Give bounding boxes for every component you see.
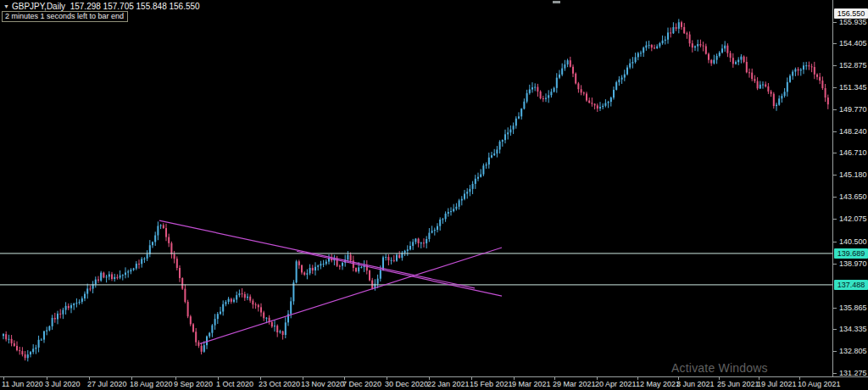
candle-body <box>160 225 162 226</box>
candle-body <box>670 32 671 33</box>
candle-body <box>448 212 449 214</box>
candle-body <box>615 82 617 90</box>
candle-body <box>531 87 533 89</box>
date-tick-label: 29 Mar 2021 <box>553 380 596 388</box>
candle-body <box>342 263 343 266</box>
candle-body <box>499 142 501 149</box>
candle-body <box>198 343 199 346</box>
candle-body <box>466 192 468 193</box>
candle-body <box>737 60 739 63</box>
candle-body <box>176 259 178 268</box>
candle-body <box>100 273 102 281</box>
candle-body <box>114 277 115 279</box>
candle-body <box>179 268 181 278</box>
tick-mark <box>833 175 837 176</box>
candle-body <box>27 354 29 358</box>
candle-body <box>561 69 563 75</box>
candle-body <box>477 177 479 179</box>
date-tick-label: 15 Feb 2021 <box>470 380 513 388</box>
date-tick-label: 19 Jul 2021 <box>757 380 797 388</box>
candle-body <box>597 105 598 109</box>
candle-body <box>765 85 766 86</box>
candle-body <box>120 276 121 278</box>
candle-body <box>665 40 666 41</box>
candle-body <box>187 302 189 316</box>
candle-body <box>157 226 159 235</box>
candle-body <box>290 301 292 314</box>
candle-body <box>794 70 796 72</box>
candle-body <box>201 346 203 352</box>
candle-body <box>705 46 707 53</box>
candle-body <box>526 93 528 102</box>
chevron-down-icon[interactable]: ▼ <box>3 3 9 9</box>
tick-mark <box>833 308 837 309</box>
tick-mark <box>833 264 837 265</box>
candle-body <box>320 264 321 265</box>
date-tick-label: 25 Jun 2021 <box>717 380 760 388</box>
candle-body <box>95 280 97 285</box>
candle-body <box>486 164 487 165</box>
candle-body <box>68 306 70 309</box>
candle-body <box>43 332 45 340</box>
candle-body <box>323 264 325 265</box>
candle-body <box>602 106 604 107</box>
candle-body <box>163 225 164 228</box>
candle-body <box>16 346 18 350</box>
candle-body <box>583 92 585 93</box>
bar-countdown-timer: 2 minutes 1 seconds left to bar end <box>2 11 128 22</box>
candle-body <box>3 334 4 336</box>
ohlc-readout: 157.298 157.705 155.848 156.550 <box>70 2 200 11</box>
candle-body <box>317 265 319 266</box>
date-tick-label: 12 May 2021 <box>636 380 680 388</box>
candle-body <box>143 259 145 259</box>
candle-body <box>699 44 701 46</box>
candle-body <box>559 75 560 78</box>
candle-body <box>314 267 316 270</box>
price-axis[interactable]: 155.935154.405152.875151.345149.770148.2… <box>832 0 868 376</box>
candle-body <box>520 109 522 116</box>
candle-body <box>740 57 742 60</box>
candle-body <box>228 299 230 303</box>
date-tick-label: 27 Jul 2020 <box>87 380 127 388</box>
candle-body <box>482 165 484 174</box>
price-tick-label: 149.770 <box>833 105 868 114</box>
chart-plot-area[interactable] <box>0 0 832 376</box>
candle-body <box>572 67 574 74</box>
candle-body <box>581 89 582 92</box>
tick-mark <box>833 351 837 352</box>
tick-mark <box>833 87 837 88</box>
candle-body <box>654 47 655 48</box>
candle-body <box>461 199 463 201</box>
candle-body <box>608 102 609 103</box>
tick-mark <box>833 197 837 198</box>
symbol-title: GBPJPY,Daily <box>12 2 65 11</box>
candle-body <box>819 77 821 81</box>
candle-body <box>730 53 732 58</box>
candle-body <box>265 318 267 319</box>
candle-body <box>377 279 379 284</box>
trend-line <box>159 220 475 288</box>
date-tick-label: 3 Jul 2020 <box>45 380 81 388</box>
date-axis[interactable]: 11 Jun 20203 Jul 202027 Jul 202018 Aug 2… <box>0 376 868 390</box>
candle-body <box>387 257 389 260</box>
candle-body <box>141 259 142 264</box>
price-tick-label: 132.805 <box>833 347 868 356</box>
tick-mark <box>833 219 837 220</box>
candle-body <box>629 64 631 68</box>
candle-body <box>626 68 628 75</box>
candle-body <box>30 352 31 354</box>
candle-body <box>170 243 172 254</box>
candle-body <box>515 119 517 126</box>
candle-body <box>437 226 438 230</box>
candle-body <box>496 149 498 153</box>
candle-body <box>236 295 237 299</box>
candle-body <box>502 140 504 142</box>
candle-body <box>25 354 26 358</box>
candle-body <box>209 333 210 337</box>
candle-body <box>825 88 826 98</box>
tick-mark <box>833 373 837 374</box>
candle-body <box>350 255 352 261</box>
candle-body <box>703 46 704 47</box>
candle-body <box>586 93 587 100</box>
price-tick-label: 142.075 <box>833 214 868 224</box>
